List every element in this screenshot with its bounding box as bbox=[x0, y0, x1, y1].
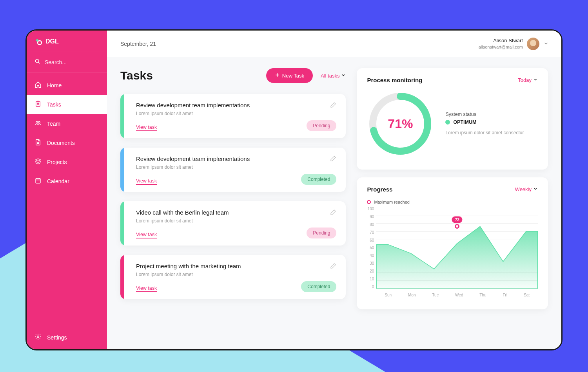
status-badge: Completed bbox=[301, 174, 336, 185]
sidebar: DGL Home Tasks Team Documents bbox=[27, 31, 107, 349]
task-accent bbox=[120, 148, 124, 192]
search-input[interactable] bbox=[45, 59, 113, 65]
chevron-down-icon bbox=[543, 41, 549, 47]
task-card: Video call with the Berlin legal team Lo… bbox=[120, 201, 346, 246]
task-card: Project meeting with the marketing team … bbox=[120, 255, 346, 299]
task-subtitle: Lorem ipsum dolor sit amet bbox=[136, 111, 336, 116]
donut-percent: 71% bbox=[388, 117, 413, 131]
view-task-link[interactable]: View task bbox=[136, 232, 157, 238]
view-task-link[interactable]: View task bbox=[136, 285, 157, 292]
y-tick: 70 bbox=[367, 230, 374, 235]
x-tick: Mon bbox=[408, 293, 416, 297]
team-icon bbox=[34, 119, 42, 128]
svg-line-3 bbox=[38, 62, 40, 63]
chevron-down-icon bbox=[341, 73, 346, 79]
y-tick: 50 bbox=[367, 246, 374, 250]
process-monitoring-panel: Process monitoring Today 71% bbox=[357, 68, 548, 170]
view-task-link[interactable]: View task bbox=[136, 125, 157, 131]
status-badge: Completed bbox=[301, 281, 336, 292]
nav-label: Team bbox=[47, 121, 60, 127]
y-tick: 20 bbox=[367, 269, 374, 273]
chart-marker-tooltip: 72 bbox=[452, 217, 463, 223]
app-window: DGL Home Tasks Team Documents bbox=[25, 29, 563, 350]
legend-marker-icon bbox=[367, 200, 371, 204]
edit-icon[interactable] bbox=[330, 155, 336, 163]
task-card: Review development team implementations … bbox=[120, 94, 346, 138]
y-tick: 90 bbox=[367, 215, 374, 219]
task-subtitle: Lorem ipsum dolor sit amet bbox=[136, 272, 336, 277]
new-task-button[interactable]: New Task bbox=[266, 68, 313, 83]
task-subtitle: Lorem ipsum dolor sit amet bbox=[136, 218, 336, 224]
nav-label: Home bbox=[47, 82, 62, 88]
progress-panel: Progress Weekly Maximum reached 10090807… bbox=[357, 177, 548, 309]
new-task-label: New Task bbox=[282, 73, 304, 79]
task-title: Review development team implementations bbox=[136, 155, 336, 162]
search-icon bbox=[34, 58, 41, 66]
task-filter[interactable]: All tasks bbox=[321, 73, 346, 79]
y-tick: 80 bbox=[367, 222, 374, 227]
edit-icon[interactable] bbox=[330, 263, 336, 271]
search-bar[interactable] bbox=[27, 52, 107, 72]
nav-item-tasks[interactable]: Tasks bbox=[27, 95, 107, 114]
chevron-down-icon bbox=[533, 186, 538, 192]
svg-point-1 bbox=[38, 41, 42, 45]
x-tick: Sun bbox=[385, 293, 392, 297]
status-label: System status bbox=[445, 112, 524, 117]
progress-filter[interactable]: Weekly bbox=[515, 186, 538, 192]
date-display: September, 21 bbox=[120, 41, 156, 47]
panel-title: Progress bbox=[367, 186, 392, 193]
nav-item-projects[interactable]: Projects bbox=[27, 152, 107, 172]
filter-label: All tasks bbox=[321, 73, 339, 79]
nav-item-team[interactable]: Team bbox=[27, 114, 107, 133]
y-tick: 0 bbox=[367, 285, 374, 289]
user-email: alisonstwart@mail.com bbox=[479, 44, 523, 50]
status-badge: Pending bbox=[307, 228, 336, 238]
chart-marker-icon bbox=[455, 224, 459, 229]
nav-label: Tasks bbox=[47, 101, 61, 108]
task-subtitle: Lorem ipsum dolor sit amet bbox=[136, 164, 336, 170]
nav-item-home[interactable]: Home bbox=[27, 76, 107, 95]
status-badge: Pending bbox=[307, 120, 336, 131]
view-task-link[interactable]: View task bbox=[136, 178, 157, 185]
brand-logo[interactable]: DGL bbox=[27, 31, 107, 52]
x-tick: Wed bbox=[455, 293, 463, 297]
nav-label: Documents bbox=[47, 140, 75, 146]
brand-name: DGL bbox=[45, 38, 59, 45]
calendar-icon bbox=[34, 177, 42, 185]
topbar: September, 21 Alison Stwart alisonstwart… bbox=[107, 31, 561, 57]
nav-item-documents[interactable]: Documents bbox=[27, 133, 107, 152]
y-tick: 40 bbox=[367, 253, 374, 258]
task-accent bbox=[120, 94, 124, 138]
nav-item-settings[interactable]: Settings bbox=[27, 328, 107, 349]
task-title: Video call with the Berlin legal team bbox=[136, 209, 336, 216]
task-accent bbox=[120, 255, 124, 299]
x-tick: Sat bbox=[524, 293, 530, 297]
svg-point-5 bbox=[36, 121, 38, 123]
task-accent bbox=[120, 201, 124, 246]
chart-legend: Maximum reached bbox=[367, 200, 538, 204]
user-name: Alison Stwart bbox=[479, 38, 523, 44]
monitor-filter[interactable]: Today bbox=[518, 77, 538, 83]
nav: Home Tasks Team Documents Projects Calen… bbox=[27, 72, 107, 328]
page-title: Tasks bbox=[120, 69, 153, 82]
projects-icon bbox=[34, 158, 42, 166]
logo-icon bbox=[34, 38, 42, 45]
svg-point-2 bbox=[35, 59, 39, 63]
nav-label: Calendar bbox=[47, 178, 69, 184]
edit-icon[interactable] bbox=[330, 102, 336, 110]
status-value: OPTIMUM bbox=[453, 119, 476, 125]
nav-label: Projects bbox=[47, 159, 67, 165]
task-list: Review development team implementations … bbox=[120, 94, 346, 299]
user-menu[interactable]: Alison Stwart alisonstwart@mail.com bbox=[479, 38, 549, 50]
x-tick: Fri bbox=[503, 293, 507, 297]
main: September, 21 Alison Stwart alisonstwart… bbox=[107, 31, 561, 349]
panel-title: Process monitoring bbox=[367, 77, 422, 83]
tasks-icon bbox=[34, 100, 42, 108]
progress-chart: 1009080706050403020100 SunMonTueWedThuFr… bbox=[367, 207, 538, 301]
edit-icon[interactable] bbox=[330, 209, 336, 217]
y-tick: 10 bbox=[367, 277, 374, 281]
status-dot-icon bbox=[445, 120, 450, 125]
nav-item-calendar[interactable]: Calendar bbox=[27, 172, 107, 191]
plus-icon bbox=[275, 72, 280, 79]
donut-chart: 71% bbox=[367, 90, 434, 157]
